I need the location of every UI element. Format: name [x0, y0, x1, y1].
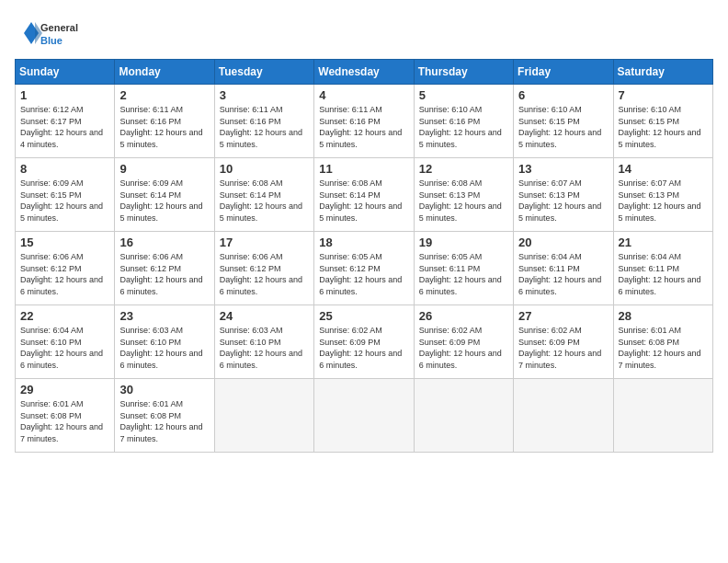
empty-cell [214, 379, 313, 453]
calendar-row: 8Sunrise: 6:09 AMSunset: 6:15 PMDaylight… [16, 158, 713, 232]
svg-text:General: General [40, 22, 78, 33]
calendar-row: 22Sunrise: 6:04 AMSunset: 6:10 PMDayligh… [16, 305, 713, 379]
day-cell: 24Sunrise: 6:03 AMSunset: 6:10 PMDayligh… [214, 305, 313, 379]
day-cell: 9Sunrise: 6:09 AMSunset: 6:14 PMDaylight… [115, 158, 214, 232]
col-thursday: Thursday [414, 60, 513, 85]
day-info: Sunrise: 6:06 AMSunset: 6:12 PMDaylight:… [119, 251, 209, 297]
day-number: 25 [319, 309, 408, 323]
calendar-row: 29Sunrise: 6:01 AMSunset: 6:08 PMDayligh… [16, 379, 713, 453]
day-cell: 3Sunrise: 6:11 AMSunset: 6:16 PMDaylight… [214, 85, 313, 158]
day-cell: 25Sunrise: 6:02 AMSunset: 6:09 PMDayligh… [314, 305, 414, 379]
day-number: 13 [518, 162, 608, 176]
day-info: Sunrise: 6:01 AMSunset: 6:08 PMDaylight:… [119, 398, 209, 444]
day-number: 21 [619, 236, 708, 249]
calendar-row: 1Sunrise: 6:12 AMSunset: 6:17 PMDaylight… [16, 85, 713, 158]
day-info: Sunrise: 6:10 AMSunset: 6:15 PMDaylight:… [619, 104, 708, 150]
day-info: Sunrise: 6:06 AMSunset: 6:12 PMDaylight:… [20, 251, 109, 297]
day-cell: 15Sunrise: 6:06 AMSunset: 6:12 PMDayligh… [16, 232, 115, 305]
day-number: 9 [119, 162, 209, 176]
day-cell: 18Sunrise: 6:05 AMSunset: 6:12 PMDayligh… [314, 232, 414, 305]
day-info: Sunrise: 6:02 AMSunset: 6:09 PMDaylight:… [319, 325, 408, 371]
day-info: Sunrise: 6:04 AMSunset: 6:11 PMDaylight:… [518, 251, 608, 297]
day-number: 10 [220, 162, 309, 176]
day-info: Sunrise: 6:09 AMSunset: 6:14 PMDaylight:… [119, 178, 209, 224]
day-cell: 29Sunrise: 6:01 AMSunset: 6:08 PMDayligh… [16, 379, 115, 453]
empty-cell [613, 379, 712, 453]
day-number: 18 [319, 236, 408, 249]
day-info: Sunrise: 6:01 AMSunset: 6:08 PMDaylight:… [20, 398, 109, 444]
col-saturday: Saturday [613, 60, 712, 85]
day-info: Sunrise: 6:06 AMSunset: 6:12 PMDaylight:… [220, 251, 309, 297]
day-info: Sunrise: 6:10 AMSunset: 6:15 PMDaylight:… [518, 104, 608, 150]
day-cell: 14Sunrise: 6:07 AMSunset: 6:13 PMDayligh… [613, 158, 712, 232]
day-number: 29 [20, 383, 109, 396]
day-cell: 6Sunrise: 6:10 AMSunset: 6:15 PMDaylight… [514, 85, 613, 158]
day-number: 5 [419, 88, 508, 102]
empty-cell [414, 379, 513, 453]
day-cell: 12Sunrise: 6:08 AMSunset: 6:13 PMDayligh… [414, 158, 513, 232]
day-number: 22 [20, 309, 109, 323]
day-number: 4 [319, 88, 408, 102]
day-number: 19 [419, 236, 508, 249]
svg-text:Blue: Blue [40, 35, 63, 46]
day-number: 8 [20, 162, 109, 176]
day-cell: 17Sunrise: 6:06 AMSunset: 6:12 PMDayligh… [214, 232, 313, 305]
day-info: Sunrise: 6:01 AMSunset: 6:08 PMDaylight:… [619, 325, 708, 371]
day-cell: 21Sunrise: 6:04 AMSunset: 6:11 PMDayligh… [613, 232, 712, 305]
day-cell: 30Sunrise: 6:01 AMSunset: 6:08 PMDayligh… [115, 379, 214, 453]
day-number: 2 [119, 88, 209, 102]
day-number: 12 [419, 162, 508, 176]
day-number: 16 [119, 236, 209, 249]
day-number: 23 [119, 309, 209, 323]
day-number: 20 [518, 236, 608, 249]
logo-svg: General Blue [15, 15, 97, 52]
day-number: 26 [419, 309, 508, 323]
day-cell: 27Sunrise: 6:02 AMSunset: 6:09 PMDayligh… [514, 305, 613, 379]
empty-cell [514, 379, 613, 453]
day-cell: 13Sunrise: 6:07 AMSunset: 6:13 PMDayligh… [514, 158, 613, 232]
day-info: Sunrise: 6:08 AMSunset: 6:13 PMDaylight:… [419, 178, 508, 224]
day-info: Sunrise: 6:11 AMSunset: 6:16 PMDaylight:… [319, 104, 408, 150]
day-info: Sunrise: 6:03 AMSunset: 6:10 PMDaylight:… [119, 325, 209, 371]
calendar-table: Sunday Monday Tuesday Wednesday Thursday… [15, 59, 713, 453]
col-tuesday: Tuesday [214, 60, 313, 85]
header-row: Sunday Monday Tuesday Wednesday Thursday… [16, 60, 713, 85]
day-info: Sunrise: 6:07 AMSunset: 6:13 PMDaylight:… [518, 178, 608, 224]
day-info: Sunrise: 6:02 AMSunset: 6:09 PMDaylight:… [419, 325, 508, 371]
day-number: 6 [518, 88, 608, 102]
col-monday: Monday [115, 60, 214, 85]
day-cell: 23Sunrise: 6:03 AMSunset: 6:10 PMDayligh… [115, 305, 214, 379]
day-cell: 1Sunrise: 6:12 AMSunset: 6:17 PMDaylight… [16, 85, 115, 158]
day-cell: 16Sunrise: 6:06 AMSunset: 6:12 PMDayligh… [115, 232, 214, 305]
day-info: Sunrise: 6:09 AMSunset: 6:15 PMDaylight:… [20, 178, 109, 224]
day-cell: 4Sunrise: 6:11 AMSunset: 6:16 PMDaylight… [314, 85, 414, 158]
day-info: Sunrise: 6:05 AMSunset: 6:12 PMDaylight:… [319, 251, 408, 297]
day-number: 17 [220, 236, 309, 249]
day-number: 15 [20, 236, 109, 249]
day-cell: 2Sunrise: 6:11 AMSunset: 6:16 PMDaylight… [115, 85, 214, 158]
day-cell: 10Sunrise: 6:08 AMSunset: 6:14 PMDayligh… [214, 158, 313, 232]
day-info: Sunrise: 6:10 AMSunset: 6:16 PMDaylight:… [419, 104, 508, 150]
day-info: Sunrise: 6:05 AMSunset: 6:11 PMDaylight:… [419, 251, 508, 297]
day-cell: 8Sunrise: 6:09 AMSunset: 6:15 PMDaylight… [16, 158, 115, 232]
day-info: Sunrise: 6:04 AMSunset: 6:10 PMDaylight:… [20, 325, 109, 371]
col-sunday: Sunday [16, 60, 115, 85]
day-cell: 20Sunrise: 6:04 AMSunset: 6:11 PMDayligh… [514, 232, 613, 305]
empty-cell [314, 379, 414, 453]
day-number: 1 [20, 88, 109, 102]
day-cell: 11Sunrise: 6:08 AMSunset: 6:14 PMDayligh… [314, 158, 414, 232]
day-info: Sunrise: 6:07 AMSunset: 6:13 PMDaylight:… [619, 178, 708, 224]
day-info: Sunrise: 6:08 AMSunset: 6:14 PMDaylight:… [220, 178, 309, 224]
day-number: 30 [119, 383, 209, 396]
day-number: 14 [619, 162, 708, 176]
page-header: General Blue [15, 15, 713, 52]
day-number: 3 [220, 88, 309, 102]
logo: General Blue [15, 15, 97, 52]
day-number: 24 [220, 309, 309, 323]
day-cell: 5Sunrise: 6:10 AMSunset: 6:16 PMDaylight… [414, 85, 513, 158]
day-cell: 26Sunrise: 6:02 AMSunset: 6:09 PMDayligh… [414, 305, 513, 379]
day-number: 27 [518, 309, 608, 323]
day-info: Sunrise: 6:04 AMSunset: 6:11 PMDaylight:… [619, 251, 708, 297]
col-wednesday: Wednesday [314, 60, 414, 85]
day-cell: 28Sunrise: 6:01 AMSunset: 6:08 PMDayligh… [613, 305, 712, 379]
